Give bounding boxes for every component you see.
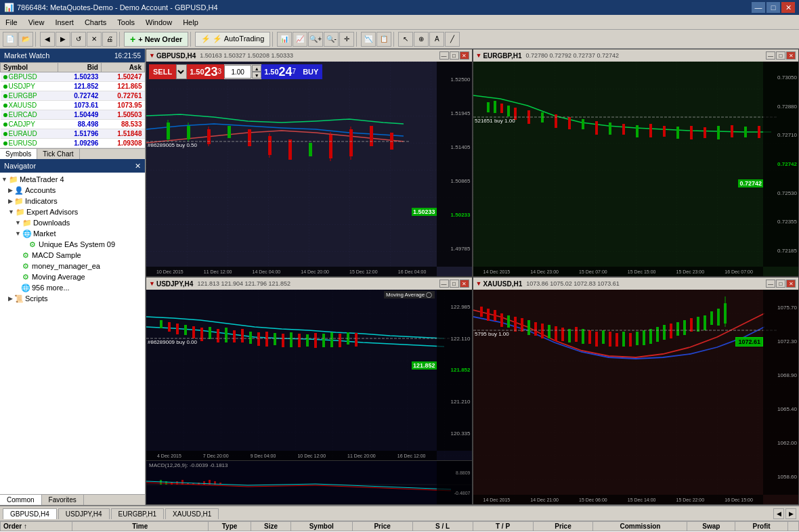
nav-unique-eas[interactable]: ▶ ⚙ Unique EAs System 09 bbox=[1, 239, 144, 250]
chart-gbpusd-max[interactable]: □ bbox=[450, 51, 459, 60]
menu-file[interactable]: File bbox=[0, 17, 23, 28]
nav-moving-average[interactable]: ▶ ⚙ Moving Average bbox=[1, 271, 144, 282]
lot-up[interactable]: ▲ bbox=[252, 65, 261, 72]
gbpusd-price-scale: 1.52500 1.51945 1.51405 1.50865 1.50233 … bbox=[437, 62, 472, 267]
market-watch-row[interactable]: EURAUD 1.51796 1.51848 bbox=[1, 129, 145, 139]
tb-back[interactable]: ◀ bbox=[40, 32, 55, 47]
chart-usdjpy-min[interactable]: — bbox=[439, 280, 449, 288]
tb-line[interactable]: ╱ bbox=[445, 32, 460, 47]
lot-down[interactable]: ▼ bbox=[252, 72, 261, 79]
svg-rect-98 bbox=[541, 324, 544, 338]
nav-accounts[interactable]: ▶ 👤 Accounts bbox=[1, 185, 144, 196]
nav-tab-favorites[interactable]: Favorites bbox=[42, 495, 84, 505]
autotrading-button[interactable]: ⚡ ⚡ AutoTrading bbox=[195, 32, 270, 47]
th-tp[interactable]: T / P bbox=[473, 522, 533, 531]
market-watch-row[interactable]: EURCAD 1.50449 1.50503 bbox=[1, 110, 145, 120]
tb-cursor[interactable]: ↖ bbox=[398, 32, 413, 47]
menu-window[interactable]: Window bbox=[140, 17, 177, 28]
market-watch-row[interactable]: CADJPY 88.498 88.533 bbox=[1, 120, 145, 129]
chart-tab-gbpusd[interactable]: GBPUSD,H4 bbox=[3, 508, 57, 519]
tb-zoom-in[interactable]: 🔍+ bbox=[308, 32, 323, 47]
chart-usdjpy-max[interactable]: □ bbox=[450, 280, 459, 288]
th-swap[interactable]: Swap bbox=[687, 522, 735, 531]
nav-downloads[interactable]: ▼ 📁 Downloads bbox=[1, 217, 144, 228]
gbpusd-sell-button[interactable]: SELL bbox=[149, 64, 176, 79]
chart-tab-usdjpy[interactable]: USDJPY,H4 bbox=[58, 508, 110, 519]
window-title: 7866484: MetaQuotes-Demo - Demo Account … bbox=[17, 3, 218, 12]
market-watch-row[interactable]: GBPUSD 1.50233 1.50247 bbox=[1, 72, 145, 82]
chart-tab-prev[interactable]: ◀ bbox=[773, 508, 784, 519]
market-watch-row[interactable]: USDJPY 121.852 121.865 bbox=[1, 82, 145, 91]
tb-refresh[interactable]: ↺ bbox=[71, 32, 86, 47]
tb-print[interactable]: 🖨 bbox=[102, 32, 117, 47]
th-sl[interactable]: S / L bbox=[412, 522, 473, 531]
nav-metatrader4[interactable]: ▼ 📁 MetaTrader 4 bbox=[1, 174, 144, 185]
menu-tools[interactable]: Tools bbox=[112, 17, 140, 28]
th-order[interactable]: Order ↑ bbox=[1, 522, 72, 531]
gbpusd-order-type[interactable] bbox=[176, 64, 187, 79]
th-type[interactable]: Type bbox=[208, 522, 251, 531]
chart-gbpusd-close[interactable]: ✕ bbox=[460, 51, 469, 60]
chart-tab-eurgbp[interactable]: EURGBP,H1 bbox=[111, 508, 165, 519]
chart-xauusd-max[interactable]: □ bbox=[776, 280, 785, 288]
nav-tab-common[interactable]: Common bbox=[0, 495, 42, 505]
market-watch-row[interactable]: EURGBP 0.72742 0.72761 bbox=[1, 91, 145, 101]
tab-symbols[interactable]: Symbols bbox=[0, 149, 37, 159]
nav-indicators[interactable]: ▶ 📁 Indicators bbox=[1, 196, 144, 206]
chart-usdjpy-body: Moving Average ◯ bbox=[146, 290, 472, 460]
tb-crosshair[interactable]: ✛ bbox=[339, 32, 354, 47]
tb-chart-bar[interactable]: 📊 bbox=[277, 32, 292, 47]
nav-expert-advisors[interactable]: ▼ 📁 Expert Advisors bbox=[1, 206, 144, 217]
menu-charts[interactable]: Charts bbox=[79, 17, 112, 28]
th-price2[interactable]: Price bbox=[533, 522, 593, 531]
th-time[interactable]: Time bbox=[72, 522, 208, 531]
gbpusd-lot-input[interactable] bbox=[224, 65, 251, 79]
svg-rect-62 bbox=[274, 333, 276, 345]
tb-open[interactable]: 📂 bbox=[18, 32, 33, 47]
tb-forward[interactable]: ▶ bbox=[56, 32, 70, 47]
tab-tick-chart[interactable]: Tick Chart bbox=[37, 149, 79, 159]
new-order-button[interactable]: + + New Order bbox=[124, 32, 188, 47]
chart-xauusd-min[interactable]: — bbox=[766, 280, 775, 288]
svg-rect-17 bbox=[370, 126, 373, 146]
menu-help[interactable]: Help bbox=[177, 17, 204, 28]
nav-money-manager[interactable]: ▶ ⚙ money_manager_ea bbox=[1, 261, 144, 271]
navigator-close[interactable]: ✕ bbox=[135, 162, 141, 171]
nav-market[interactable]: ▼ 🌐 Market bbox=[1, 228, 144, 239]
maximize-button[interactable]: □ bbox=[766, 2, 780, 13]
nav-more[interactable]: ▶ 🌐 956 more... bbox=[1, 282, 144, 293]
chart-xauusd-close[interactable]: ✕ bbox=[786, 280, 796, 288]
th-size[interactable]: Size bbox=[251, 522, 290, 531]
menu-view[interactable]: View bbox=[23, 17, 50, 28]
chart-tab-next[interactable]: ▶ bbox=[785, 508, 796, 519]
chart-tab-xauusd[interactable]: XAUUSD,H1 bbox=[165, 508, 219, 519]
svg-rect-92 bbox=[500, 313, 503, 327]
th-price[interactable]: Price bbox=[352, 522, 412, 531]
tb-stop[interactable]: ✕ bbox=[87, 32, 102, 47]
navigator-header: Navigator ✕ bbox=[0, 159, 145, 173]
th-commission[interactable]: Commission bbox=[593, 522, 687, 531]
th-profit[interactable]: Profit bbox=[735, 522, 788, 531]
chart-eurgbp-max[interactable]: □ bbox=[776, 51, 785, 60]
nav-macd-sample[interactable]: ▶ ⚙ MACD Sample bbox=[1, 250, 144, 261]
gbpusd-buy-button[interactable]: BUY bbox=[299, 64, 322, 79]
tb-text[interactable]: A bbox=[429, 32, 444, 47]
close-button[interactable]: ✕ bbox=[781, 2, 795, 13]
market-watch-row[interactable]: EURUSD 1.09296 1.09308 bbox=[1, 139, 145, 148]
tb-new-chart[interactable]: 📄 bbox=[3, 32, 18, 47]
chart-gbpusd-min[interactable]: — bbox=[439, 51, 449, 60]
tb-zoom-out[interactable]: 🔍- bbox=[324, 32, 339, 47]
tb-crosshair2[interactable]: ⊕ bbox=[414, 32, 429, 47]
tb-chart-line[interactable]: 📈 bbox=[293, 32, 307, 47]
minimize-button[interactable]: — bbox=[752, 2, 765, 13]
nav-scripts[interactable]: ▶ 📜 Scripts bbox=[1, 293, 144, 304]
menu-insert[interactable]: Insert bbox=[49, 17, 79, 28]
tb-template[interactable]: 📋 bbox=[376, 32, 391, 47]
chart-eurgbp-close[interactable]: ✕ bbox=[786, 51, 796, 60]
chart-eurgbp-min[interactable]: — bbox=[766, 51, 775, 60]
svg-rect-49 bbox=[168, 322, 171, 332]
chart-usdjpy-close[interactable]: ✕ bbox=[460, 280, 469, 288]
tb-indicator[interactable]: 📉 bbox=[361, 32, 376, 47]
th-symbol[interactable]: Symbol bbox=[290, 522, 352, 531]
market-watch-row[interactable]: XAUUSD 1073.61 1073.95 bbox=[1, 101, 145, 110]
